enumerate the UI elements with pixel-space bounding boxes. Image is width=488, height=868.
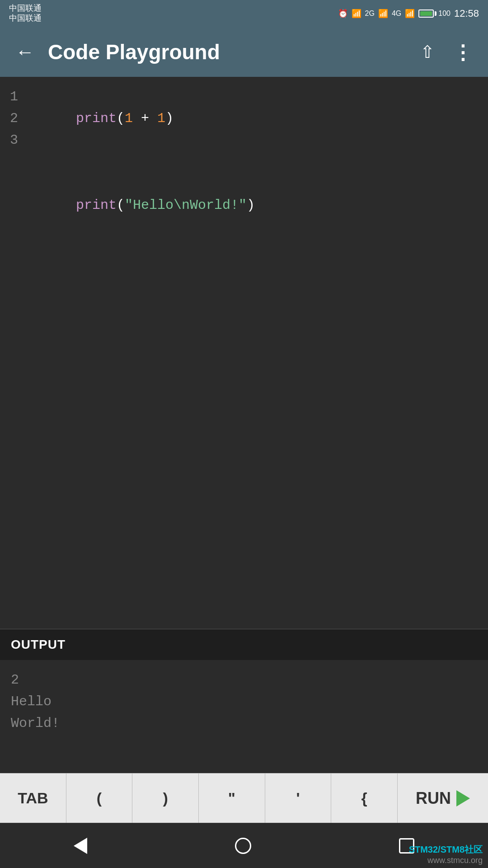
single-quote-label: ' — [296, 789, 300, 807]
clock-icon: ⏰ — [338, 9, 348, 19]
signal-bars2: 📶 — [405, 9, 415, 19]
output-label: OUTPUT — [11, 637, 66, 651]
watermark-site: STM32/STM8社区 — [409, 844, 483, 856]
back-button[interactable]: ← — [11, 37, 39, 67]
nav-home-button[interactable] — [221, 833, 265, 859]
signal-4g: 4G — [392, 9, 401, 18]
watermark: STM32/STM8社区 www.stmcu.org — [409, 844, 483, 865]
code-token-cparen2: ) — [247, 198, 255, 213]
keyboard-toolbar: TAB ( ) " ' { RUN — [0, 773, 488, 823]
code-line-1[interactable]: print(1 + 1) — [27, 86, 483, 151]
close-paren-key[interactable]: ) — [132, 774, 199, 823]
nav-home-icon — [235, 838, 251, 854]
nav-bar: STM32/STM8社区 www.stmcu.org — [0, 823, 488, 868]
double-quote-label: " — [228, 789, 235, 807]
signal-bars: 📶 — [378, 9, 388, 19]
nav-back-button[interactable] — [60, 833, 101, 859]
close-paren-label: ) — [163, 789, 168, 807]
line-num-1: 1 — [10, 86, 18, 108]
code-line-2[interactable] — [27, 151, 483, 173]
code-token-oparen1: ( — [117, 111, 125, 126]
code-token-oparen2: ( — [117, 198, 125, 213]
code-line-3[interactable]: print("Hello\nWorld!") — [27, 173, 483, 238]
code-token-num1: 1 — [125, 111, 133, 126]
tab-key[interactable]: TAB — [0, 774, 66, 823]
page-title: Code Playground — [48, 40, 416, 64]
code-content[interactable]: print(1 + 1) print("Hello\nWorld!") — [23, 77, 488, 629]
run-button[interactable]: RUN — [398, 774, 488, 823]
carrier1: 中国联通 — [9, 4, 42, 14]
code-token-print2: print — [76, 198, 117, 213]
app-bar-actions: ⇧ ⋮ — [416, 36, 477, 68]
run-play-icon — [456, 790, 470, 807]
code-token-num2: 1 — [157, 111, 165, 126]
single-quote-key[interactable]: ' — [265, 774, 332, 823]
open-paren-label: ( — [97, 789, 102, 807]
signal-2g: 2G — [365, 9, 375, 18]
nav-back-icon — [74, 838, 87, 854]
open-brace-label: { — [361, 789, 367, 807]
battery-indicator: 100 — [418, 9, 450, 18]
time-display: 12:58 — [454, 8, 479, 19]
open-paren-key[interactable]: ( — [66, 774, 133, 823]
battery-level: 100 — [438, 9, 450, 18]
code-token-str: "Hello\nWorld!" — [125, 198, 247, 213]
code-token-plus: + — [133, 111, 157, 126]
double-quote-key[interactable]: " — [199, 774, 265, 823]
more-options-button[interactable]: ⋮ — [448, 36, 477, 68]
code-token-print1: print — [76, 111, 117, 126]
more-icon: ⋮ — [453, 41, 473, 63]
status-bar: 中国联通 中国联通 ⏰ 📶 2G 📶 4G 📶 100 12:58 — [0, 0, 488, 27]
code-editor[interactable]: 1 2 3 print(1 + 1) print("Hello\nWorld!"… — [0, 77, 488, 629]
share-button[interactable]: ⇧ — [416, 38, 439, 66]
code-token-cparen1: ) — [165, 111, 174, 126]
share-icon: ⇧ — [420, 42, 435, 61]
wifi-icon: 📶 — [352, 9, 361, 19]
app-bar: ← Code Playground ⇧ ⋮ — [0, 27, 488, 77]
output-content: 2 Hello World! — [0, 660, 488, 773]
tab-key-label: TAB — [18, 789, 48, 807]
run-label: RUN — [416, 789, 451, 808]
watermark-url: www.stmcu.org — [409, 856, 483, 865]
line-numbers: 1 2 3 — [0, 77, 23, 629]
output-header: OUTPUT — [0, 629, 488, 660]
line-num-2: 2 — [10, 108, 18, 129]
carrier2: 中国联通 — [9, 14, 42, 24]
line-num-3: 3 — [10, 129, 18, 151]
output-text: 2 Hello World! — [11, 669, 477, 734]
status-indicators: ⏰ 📶 2G 📶 4G 📶 100 12:58 — [338, 8, 479, 19]
open-brace-key[interactable]: { — [331, 774, 398, 823]
back-icon: ← — [15, 41, 34, 62]
carrier-info: 中国联通 中国联通 — [9, 4, 42, 23]
